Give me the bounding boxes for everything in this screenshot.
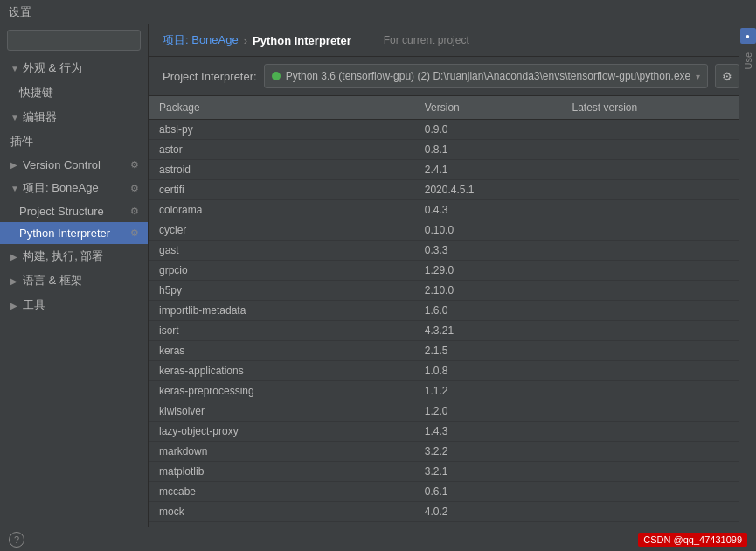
right-panel-green-btn[interactable]: ● — [740, 28, 756, 44]
tab-for-current-project[interactable]: For current project — [374, 31, 479, 49]
package-name: numpy — [149, 522, 414, 527]
arrow-icon: ▼ — [10, 113, 19, 122]
sidebar-section-label: 项目: BoneAge — [23, 180, 99, 196]
package-latest — [562, 261, 739, 281]
arrow-icon: ▶ — [10, 301, 19, 310]
interpreter-status-dot — [272, 72, 281, 80]
package-latest — [562, 120, 739, 140]
sidebar-section-label: 编辑器 — [23, 109, 57, 125]
package-version: 2.10.0 — [414, 281, 562, 301]
table-row[interactable]: absl-py0.9.0 — [149, 120, 739, 140]
package-version: 1.6.0 — [414, 301, 562, 321]
search-input[interactable] — [13, 34, 135, 46]
package-name: astor — [149, 140, 414, 160]
table-row[interactable]: keras2.1.5 — [149, 341, 739, 361]
table-row[interactable]: lazy-object-proxy1.4.3 — [149, 422, 739, 442]
sidebar-item-python-interpreter[interactable]: Python Interpreter⚙ — [0, 222, 148, 244]
package-name: grpcio — [149, 261, 414, 281]
arrow-icon: ▶ — [10, 160, 19, 170]
sidebar-section-label: 构建, 执行, 部署 — [23, 248, 103, 264]
package-version: 1.18.4 — [414, 522, 562, 527]
right-panel-tab[interactable]: Use — [741, 47, 755, 75]
arrow-icon: ▼ — [10, 64, 19, 73]
package-name: astroid — [149, 160, 414, 180]
table-row[interactable]: mccabe0.6.1 — [149, 482, 739, 502]
sidebar-item-build-exec[interactable]: ▶构建, 执行, 部署 — [0, 244, 148, 269]
packages-table: Package Version Latest version absl-py0.… — [149, 96, 739, 527]
package-latest — [562, 381, 739, 401]
package-name: mccabe — [149, 482, 414, 502]
package-name: lazy-object-proxy — [149, 422, 414, 442]
interpreter-label: Project Interpreter: — [163, 70, 257, 83]
sidebar-items-container: ▼外观 & 行为快捷键▼编辑器插件▶Version Control⚙▼项目: B… — [0, 56, 148, 317]
sidebar-item-project-boneage[interactable]: ▼项目: BoneAge⚙ — [0, 176, 148, 200]
package-latest — [562, 180, 739, 200]
col-version[interactable]: Version — [414, 96, 562, 120]
table-row[interactable]: cycler0.10.0 — [149, 220, 739, 241]
package-version: 3.2.2 — [414, 442, 562, 462]
package-name: mock — [149, 502, 414, 522]
package-name: cycler — [149, 220, 414, 241]
title-bar: 设置 — [0, 0, 756, 24]
table-row[interactable]: markdown3.2.2 — [149, 442, 739, 462]
col-package[interactable]: Package — [149, 96, 414, 120]
sidebar-section-label: Version Control — [23, 158, 101, 171]
table-row[interactable]: matplotlib3.2.1 — [149, 462, 739, 482]
package-latest — [562, 502, 739, 522]
package-version: 0.6.1 — [414, 482, 562, 502]
sidebar-item-tools[interactable]: ▶工具 — [0, 293, 148, 317]
package-version: 0.9.0 — [414, 120, 562, 140]
gear-button[interactable]: ⚙ — [715, 64, 739, 88]
table-row[interactable]: gast0.3.3 — [149, 241, 739, 261]
breadcrumb-project[interactable]: 项目: BoneAge — [163, 32, 239, 48]
sidebar-item-version-control[interactable]: ▶Version Control⚙ — [0, 154, 148, 176]
package-version: 1.0.8 — [414, 361, 562, 381]
package-latest — [562, 200, 739, 220]
package-latest — [562, 241, 739, 261]
help-button[interactable]: ? — [9, 532, 24, 548]
sidebar-item-editor[interactable]: ▼编辑器 — [0, 105, 148, 129]
sidebar-item-appearance[interactable]: ▼外观 & 行为 — [0, 56, 148, 80]
search-box[interactable] — [7, 30, 141, 51]
table-row[interactable]: keras-applications1.0.8 — [149, 361, 739, 381]
sidebar-item-lang-framework[interactable]: ▶语言 & 框架 — [0, 269, 148, 293]
sidebar-section-label: 工具 — [23, 297, 45, 313]
table-row[interactable]: isort4.3.21 — [149, 321, 739, 341]
package-latest — [562, 442, 739, 462]
package-name: colorama — [149, 200, 414, 220]
table-row[interactable]: keras-preprocessing1.1.2 — [149, 381, 739, 401]
table-row[interactable]: colorama0.4.3 — [149, 200, 739, 220]
table-row[interactable]: importlib-metadata1.6.0 — [149, 301, 739, 321]
sidebar-item-keymap[interactable]: 快捷键 — [0, 80, 148, 105]
table-row[interactable]: mock4.0.2 — [149, 502, 739, 522]
table-row[interactable]: astor0.8.1 — [149, 140, 739, 160]
package-version: 4.3.21 — [414, 321, 562, 341]
package-latest — [562, 301, 739, 321]
content-area: 项目: BoneAge › Python Interpreter For cur… — [149, 24, 739, 527]
package-version: 1.29.0 — [414, 261, 562, 281]
sidebar-item-project-structure[interactable]: Project Structure⚙ — [0, 200, 148, 222]
package-version: 0.8.1 — [414, 140, 562, 160]
package-version: 0.4.3 — [414, 200, 562, 220]
packages-table-container: Package Version Latest version absl-py0.… — [149, 96, 739, 527]
breadcrumb-bar: 项目: BoneAge › Python Interpreter For cur… — [149, 24, 739, 57]
table-row[interactable]: numpy1.18.4 — [149, 522, 739, 527]
table-row[interactable]: certifi2020.4.5.1 — [149, 180, 739, 200]
sidebar-item-plugins[interactable]: 插件 — [0, 129, 148, 154]
interpreter-selector[interactable]: Python 3.6 (tensorflow-gpu) (2) D:\ruanj… — [264, 64, 709, 88]
package-name: matplotlib — [149, 462, 414, 482]
table-row[interactable]: h5py2.10.0 — [149, 281, 739, 301]
package-name: absl-py — [149, 120, 414, 140]
tab-bar: For current project — [374, 31, 479, 49]
sidebar-child-label: Project Structure — [19, 205, 104, 218]
table-row[interactable]: kiwisolver1.2.0 — [149, 401, 739, 422]
table-row[interactable]: astroid2.4.1 — [149, 160, 739, 180]
bottom-bar: ? CSDN @qq_47431099 — [0, 527, 756, 551]
table-row[interactable]: grpcio1.29.0 — [149, 261, 739, 281]
package-latest — [562, 281, 739, 301]
config-icon: ⚙ — [130, 159, 139, 171]
col-latest[interactable]: Latest version — [562, 96, 739, 120]
package-name: isort — [149, 321, 414, 341]
config-icon: ⚙ — [130, 183, 139, 194]
package-version: 3.2.1 — [414, 462, 562, 482]
